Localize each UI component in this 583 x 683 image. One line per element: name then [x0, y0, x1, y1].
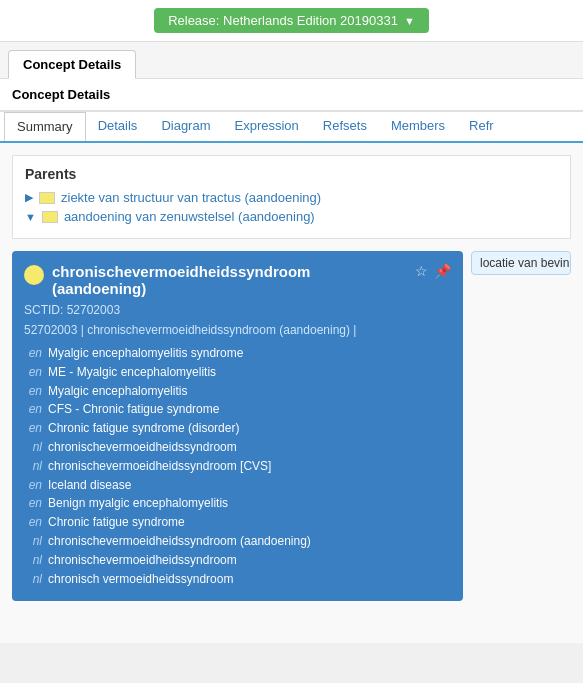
lang-badge: nl: [24, 533, 42, 550]
parents-title: Parents: [25, 166, 558, 182]
synonym-item: en Chronic fatigue syndrome: [24, 514, 451, 531]
lang-badge: en: [24, 383, 42, 400]
synonym-item: nl chronisch vermoeidheidssyndroom: [24, 571, 451, 588]
synonym-item: en Myalgic encephalomyelitis syndrome: [24, 345, 451, 362]
lang-badge: nl: [24, 458, 42, 475]
location-panel: locatie van bevin: [471, 251, 571, 275]
synonym-item: nl chronischevermoeidheidssyndroom: [24, 552, 451, 569]
lang-badge: nl: [24, 552, 42, 569]
main-content: Parents ▶ ziekte van structuur van tract…: [0, 143, 583, 643]
lang-badge: nl: [24, 439, 42, 456]
tab-concept-details[interactable]: Concept Details: [8, 50, 136, 79]
star-icon[interactable]: ☆: [415, 263, 428, 279]
synonym-item: en ME - Myalgic encephalomyelitis: [24, 364, 451, 381]
parent-item: ▼ aandoening van zenuwstelsel (aandoenin…: [25, 209, 558, 224]
parent-concept-icon: [42, 211, 58, 223]
synonym-text: chronischevermoeidheidssyndroom (aandoen…: [48, 533, 311, 550]
parent-concept-icon: [39, 192, 55, 204]
synonym-item: nl chronischevermoeidheidssyndroom [CVS]: [24, 458, 451, 475]
lang-badge: en: [24, 364, 42, 381]
synonym-item: nl chronischevermoeidheidssyndroom (aand…: [24, 533, 451, 550]
top-bar: Release: Netherlands Edition 20190331 ▼: [0, 0, 583, 42]
concept-card-wrapper: chronischevermoeidheidssyndroom (aandoen…: [12, 251, 571, 601]
inner-tab-bar: Summary Details Diagram Expression Refse…: [0, 112, 583, 143]
dropdown-arrow-icon: ▼: [404, 15, 415, 27]
tab-details[interactable]: Details: [86, 112, 150, 141]
parent-link-1[interactable]: ziekte van structuur van tractus (aandoe…: [61, 190, 321, 205]
parent-link-2[interactable]: aandoening van zenuwstelsel (aandoening): [64, 209, 315, 224]
outer-tab-bar: Concept Details: [0, 42, 583, 79]
parents-section: Parents ▶ ziekte van structuur van tract…: [12, 155, 571, 239]
synonym-text: Chronic fatigue syndrome: [48, 514, 185, 531]
lang-badge: en: [24, 401, 42, 418]
pin-icon[interactable]: 📌: [434, 263, 451, 279]
concept-title: chronischevermoeidheidssyndroom (aandoen…: [52, 263, 407, 297]
synonym-item: en Benign myalgic encephalomyelitis: [24, 495, 451, 512]
release-label: Release: Netherlands Edition 20190331: [168, 13, 398, 28]
synonym-text: chronischevermoeidheidssyndroom: [48, 439, 237, 456]
synonym-text: Myalgic encephalomyelitis syndrome: [48, 345, 243, 362]
synonym-item: en Myalgic encephalomyelitis: [24, 383, 451, 400]
parent-item: ▶ ziekte van structuur van tractus (aand…: [25, 190, 558, 205]
concept-card-header: chronischevermoeidheidssyndroom (aandoen…: [24, 263, 451, 297]
lang-badge: en: [24, 345, 42, 362]
synonym-item: nl chronischevermoeidheidssyndroom: [24, 439, 451, 456]
synonym-text: chronisch vermoeidheidssyndroom: [48, 571, 233, 588]
sctid-label: SCTID: 52702003: [24, 303, 451, 317]
synonym-text: ME - Myalgic encephalomyelitis: [48, 364, 216, 381]
synonym-text: Myalgic encephalomyelitis: [48, 383, 187, 400]
synonym-item: en Chronic fatigue syndrome (disorder): [24, 420, 451, 437]
parent-collapse-icon[interactable]: ▼: [25, 211, 36, 223]
synonym-text: CFS - Chronic fatigue syndrome: [48, 401, 219, 418]
tab-summary[interactable]: Summary: [4, 112, 86, 143]
synonym-list: en Myalgic encephalomyelitis syndrome en…: [24, 345, 451, 587]
lang-badge: en: [24, 420, 42, 437]
tab-diagram[interactable]: Diagram: [149, 112, 222, 141]
synonym-item: en CFS - Chronic fatigue syndrome: [24, 401, 451, 418]
synonym-item: en Iceland disease: [24, 477, 451, 494]
concept-card-actions: ☆ 📌: [415, 263, 451, 279]
synonym-text: Benign myalgic encephalomyelitis: [48, 495, 228, 512]
concept-circle-icon: [24, 265, 44, 285]
location-label: locatie van bevin: [480, 256, 569, 270]
lang-badge: en: [24, 477, 42, 494]
tab-members[interactable]: Members: [379, 112, 457, 141]
concept-description: 52702003 | chronischevermoeidheidssyndro…: [24, 323, 451, 337]
concept-card: chronischevermoeidheidssyndroom (aandoen…: [12, 251, 463, 601]
tab-refr[interactable]: Refr: [457, 112, 506, 141]
lang-badge: nl: [24, 571, 42, 588]
parent-expand-icon[interactable]: ▶: [25, 191, 33, 204]
synonym-text: Iceland disease: [48, 477, 131, 494]
synonym-text: chronischevermoeidheidssyndroom [CVS]: [48, 458, 271, 475]
tab-refsets[interactable]: Refsets: [311, 112, 379, 141]
release-badge[interactable]: Release: Netherlands Edition 20190331 ▼: [154, 8, 429, 33]
lang-badge: en: [24, 495, 42, 512]
concept-heading: Concept Details: [0, 79, 583, 112]
tab-expression[interactable]: Expression: [223, 112, 311, 141]
synonym-text: chronischevermoeidheidssyndroom: [48, 552, 237, 569]
synonym-text: Chronic fatigue syndrome (disorder): [48, 420, 239, 437]
lang-badge: en: [24, 514, 42, 531]
